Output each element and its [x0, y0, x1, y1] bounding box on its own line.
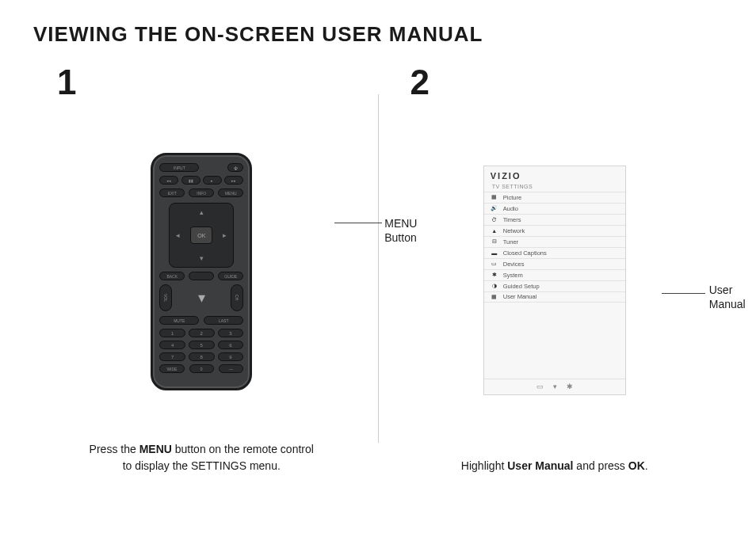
caption-bold: User Manual [507, 459, 573, 472]
tv-menu-footer: ▭ ▾ ✱ [484, 379, 625, 394]
menu-item-label: Closed Captions [503, 249, 547, 257]
menu-item-icon: ▦ [491, 294, 498, 300]
footer-icon: ▾ [553, 383, 557, 390]
dpad-down-icon: ▾ [200, 254, 204, 262]
menu-item-icon: ⊟ [491, 238, 498, 245]
remote-num-7: 7 [159, 352, 185, 361]
remote-dash-button: — [219, 364, 243, 373]
remote-ffwd-button: ▸▸ [224, 176, 243, 185]
menu-item-icon: ✱ [491, 272, 498, 278]
remote-mute-button: MUTE [159, 316, 199, 325]
tv-menu-item: ▦Picture [484, 192, 625, 203]
menu-item-label: User Manual [503, 293, 537, 300]
menu-item-icon: ▭ [491, 261, 498, 267]
menu-item-label: System [503, 272, 523, 279]
caption-text: button on the remote control [172, 443, 314, 455]
dpad-right-icon: ▸ [223, 231, 227, 239]
step-2-illustration: VIZIO TV SETTINGS ▦Picture🔊Audio⏱Timers▲… [387, 110, 724, 450]
menu-callout-line [334, 223, 382, 223]
caption-text: and press [573, 459, 628, 472]
dpad-left-icon: ◂ [176, 231, 180, 239]
menu-item-icon: ⏱ [491, 216, 498, 223]
remote-last-button: LAST [204, 316, 243, 325]
footer-icon: ✱ [567, 383, 573, 390]
caption-text: Highlight [461, 459, 507, 472]
step-1-caption: Press the MENU button on the remote cont… [90, 441, 314, 474]
column-divider [378, 94, 379, 443]
step-2-number: 2 [410, 63, 430, 102]
caption-bold: OK [628, 459, 645, 472]
user-manual-callout-line [662, 293, 705, 294]
remote-num-9: 9 [218, 352, 244, 361]
menu-item-label: Timers [503, 216, 521, 223]
callout-text-1: User [709, 284, 733, 296]
menu-item-label: Picture [503, 194, 521, 201]
menu-item-icon: ▦ [491, 194, 498, 200]
remote-blank-button [189, 272, 214, 280]
tv-brand-label: VIZIO [484, 166, 625, 183]
tv-menu-item: ⊟Tuner [484, 236, 625, 247]
caption-bold: MENU [139, 443, 172, 455]
tv-menu-item: ✱System [484, 269, 625, 280]
remote-exit-button: EXIT [159, 188, 185, 197]
remote-num-3: 3 [218, 329, 244, 337]
tv-menu-item: ▦User Manual [484, 291, 625, 303]
remote-power-button: ⏻ [227, 163, 243, 172]
footer-icon: ▭ [536, 383, 544, 390]
remote-guide-button: GUIDE [218, 272, 243, 280]
tv-menu-item: ▭Devices [484, 258, 625, 269]
remote-control: INPUT ⏻ ◂◂ ▮▮ ▸ ▸▸ EXIT INFO MENU [151, 153, 252, 390]
step-1-number: 1 [57, 63, 76, 102]
remote-num-1: 1 [159, 329, 185, 337]
menu-item-label: Tuner [503, 238, 518, 246]
remote-pause-button: ▮▮ [181, 176, 200, 185]
menu-item-label: Audio [503, 205, 518, 212]
remote-num-5: 5 [189, 341, 215, 349]
tv-menu-item: ◑Guided Setup [484, 280, 625, 291]
vizio-logo-icon: ▾ [198, 289, 205, 306]
remote-rewind-button: ◂◂ [159, 176, 178, 185]
step-1-column: 1 INPUT ⏻ ◂◂ ▮▮ ▸ ▸▸ EXIT IN [33, 63, 370, 474]
remote-dpad: ▴ ▾ ◂ ▸ OK [169, 203, 234, 268]
remote-num-6: 6 [218, 341, 244, 349]
dpad-up-icon: ▴ [200, 208, 204, 216]
remote-num-8: 8 [189, 352, 215, 361]
remote-info-button: INFO [189, 188, 214, 197]
step-columns: 1 INPUT ⏻ ◂◂ ▮▮ ▸ ▸▸ EXIT IN [33, 63, 723, 474]
tv-settings-menu: VIZIO TV SETTINGS ▦Picture🔊Audio⏱Timers▲… [483, 166, 626, 395]
caption-text: Press the [90, 443, 139, 455]
remote-play-button: ▸ [203, 176, 222, 185]
remote-vol-button: VOL [159, 284, 172, 311]
menu-item-icon: ▲ [491, 227, 498, 234]
tv-menu-item: 🔊Audio [484, 203, 625, 214]
tv-settings-header: TV SETTINGS [484, 183, 625, 192]
remote-wide-button: WIDE [159, 364, 184, 373]
remote-number-pad: 1 2 3 4 5 6 7 8 9 [159, 329, 243, 361]
menu-item-label: Network [503, 227, 525, 234]
remote-num-4: 4 [159, 341, 185, 349]
remote-ok-button: OK [190, 227, 212, 244]
page-title: VIEWING THE ON-SCREEN USER MANUAL [33, 22, 723, 47]
menu-item-icon: 🔊 [491, 205, 498, 211]
user-manual-callout: User Manual [709, 283, 746, 311]
menu-item-label: Guided Setup [503, 283, 540, 290]
menu-item-icon: ◑ [491, 283, 498, 289]
caption-text: . [645, 459, 648, 472]
tv-menu-item: ▲Network [484, 225, 625, 236]
callout-text-2: Manual [709, 298, 746, 310]
remote-menu-button: MENU [218, 188, 243, 197]
tv-menu-item: ⏱Timers [484, 214, 625, 225]
step-1-illustration: INPUT ⏻ ◂◂ ▮▮ ▸ ▸▸ EXIT INFO MENU [33, 110, 370, 433]
remote-input-button: INPUT [159, 163, 199, 172]
step-2-column: 2 VIZIO TV SETTINGS ▦Picture🔊Audio⏱Timer… [387, 63, 724, 474]
menu-item-label: Devices [503, 261, 525, 268]
step-2-caption: Highlight User Manual and press OK. [461, 458, 648, 474]
remote-ch-button: CH [231, 284, 243, 311]
menu-item-icon: ▬ [491, 249, 498, 256]
remote-num-0: 0 [189, 364, 214, 373]
remote-back-button: BACK [159, 272, 185, 280]
remote-num-2: 2 [189, 329, 215, 337]
caption-text: to display the SETTINGS menu. [123, 459, 281, 472]
tv-menu-item: ▬Closed Captions [484, 247, 625, 258]
